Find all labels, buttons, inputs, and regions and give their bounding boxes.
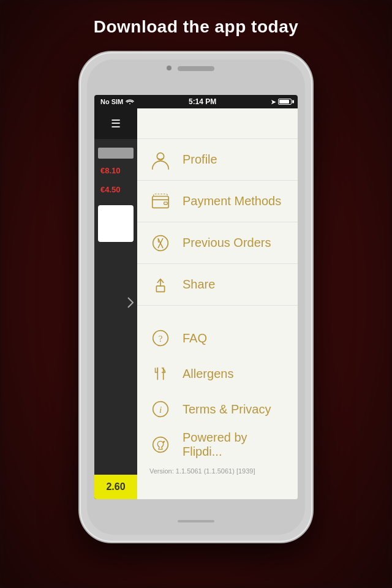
app-content: ☰ €8.10 €4.50 2.60 xyxy=(94,108,298,499)
svg-text:i: i xyxy=(159,405,162,415)
allergens-icon xyxy=(149,363,172,385)
sidebar-footer: 2.60 xyxy=(94,475,137,499)
phone-screen: No SIM 5:14 PM ➤ xyxy=(94,95,298,499)
svg-text:?: ? xyxy=(159,334,163,344)
home-bar xyxy=(178,520,214,522)
info-icon: i xyxy=(149,398,172,420)
gray-bar xyxy=(98,148,134,159)
order-card xyxy=(98,205,134,242)
person-icon xyxy=(149,149,172,171)
menu-divider xyxy=(137,306,298,320)
share-label: Share xyxy=(183,277,215,292)
menu-item-payment[interactable]: Payment Methods xyxy=(137,181,298,222)
battery-icon xyxy=(278,99,292,105)
page-title: Download the app today xyxy=(0,17,392,37)
menu-item-powered-by[interactable]: Powered by Flipdi... xyxy=(137,427,298,462)
terms-label: Terms & Privacy xyxy=(183,402,271,417)
phone-frame: No SIM 5:14 PM ➤ xyxy=(80,52,312,542)
location-icon: ➤ xyxy=(271,99,276,105)
question-icon: ? xyxy=(149,327,172,349)
menu-item-faq[interactable]: ? FAQ xyxy=(137,320,298,356)
fork-knife-icon xyxy=(149,232,172,254)
menu-overlay: Profile xyxy=(137,108,298,499)
time-display: 5:14 PM xyxy=(189,97,216,106)
powered-by-label: Powered by Flipdi... xyxy=(183,431,285,459)
payment-label: Payment Methods xyxy=(183,194,281,208)
sidebar: ☰ €8.10 €4.50 2.60 xyxy=(94,108,137,499)
carrier-text: No SIM xyxy=(100,98,123,105)
flipdi-icon xyxy=(149,434,172,456)
svg-point-14 xyxy=(153,437,168,453)
wifi-icon xyxy=(126,98,134,105)
profile-label: Profile xyxy=(183,153,217,167)
menu-item-terms[interactable]: i Terms & Privacy xyxy=(137,391,298,427)
chevron-right-icon xyxy=(127,297,134,311)
phone-speaker xyxy=(178,66,214,71)
sidebar-header: ☰ xyxy=(94,108,137,139)
svg-rect-3 xyxy=(164,202,168,204)
menu-item-allergens[interactable]: Allergens xyxy=(137,356,298,391)
phone-top-bar xyxy=(87,59,305,78)
menu-header xyxy=(137,108,298,139)
hamburger-icon[interactable]: ☰ xyxy=(111,118,121,129)
faq-label: FAQ xyxy=(183,331,207,345)
menu-secondary-items: ? FAQ xyxy=(137,320,298,462)
svg-rect-7 xyxy=(156,285,164,291)
status-bar: No SIM 5:14 PM ➤ xyxy=(94,95,298,108)
status-right: ➤ xyxy=(271,99,292,105)
footer-price: 2.60 xyxy=(106,481,125,492)
svg-point-0 xyxy=(157,153,164,159)
menu-item-orders[interactable]: Previous Orders xyxy=(137,222,298,264)
wallet-icon xyxy=(149,190,172,213)
battery-fill xyxy=(279,100,289,104)
version-text: Version: 1.1.5061 (1.1.5061) [1939] xyxy=(137,462,298,480)
sidebar-content: €8.10 €4.50 xyxy=(94,139,137,254)
share-icon xyxy=(149,274,172,296)
status-left: No SIM xyxy=(100,98,134,105)
menu-primary-items: Profile xyxy=(137,139,298,306)
menu-item-share[interactable]: Share xyxy=(137,264,298,306)
allergens-label: Allergens xyxy=(183,367,233,381)
orders-label: Previous Orders xyxy=(183,236,271,250)
phone-camera xyxy=(167,66,172,70)
menu-item-profile[interactable]: Profile xyxy=(137,139,298,181)
price-item-2: €4.50 xyxy=(94,180,137,199)
phone-inner: No SIM 5:14 PM ➤ xyxy=(87,59,305,535)
price-item-1: €8.10 xyxy=(94,161,137,180)
